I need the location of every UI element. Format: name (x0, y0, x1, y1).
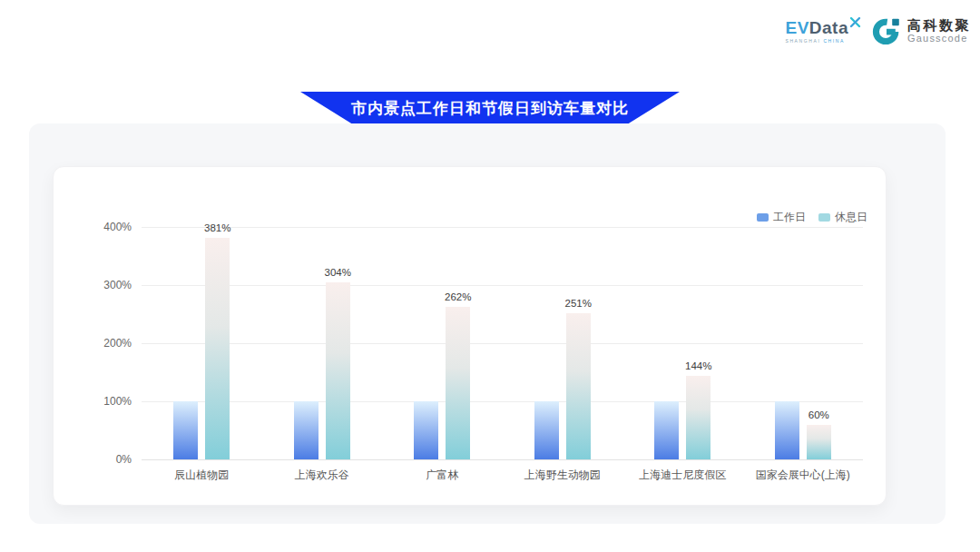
value-label-广富林: 262% (417, 291, 499, 302)
bar-workday-上海欢乐谷 (294, 401, 318, 459)
value-label-上海迪士尼度假区: 144% (658, 360, 740, 371)
legend-item-workday[interactable]: 工作日 (757, 210, 806, 225)
x-axis-label-上海迪士尼度假区: 上海迪士尼度假区 (622, 468, 742, 483)
bar-workday-辰山植物园 (173, 401, 198, 459)
bar-restday-上海迪士尼度假区 (686, 376, 710, 459)
bar-restday-国家会展中心(上海) (807, 425, 831, 459)
restday-legend-marker (818, 213, 830, 222)
title-banner: 市内景点工作日和节假日到访车量对比 (300, 92, 680, 127)
x-axis-label-上海野生动物园: 上海野生动物园 (503, 468, 622, 483)
y-axis-tick-0%: 0% (81, 453, 132, 466)
evdata-ev-text: EV (785, 19, 808, 36)
gausscode-logo: 高科数聚 Gausscode (872, 16, 971, 45)
evdata-logo: EVData SHANGHAI CHINA (785, 19, 861, 44)
x-axis-label-辰山植物园: 辰山植物园 (142, 468, 261, 483)
evdata-data-text: Data (809, 19, 848, 36)
evdata-wordmark: EVData (785, 19, 861, 36)
bar-restday-广富林 (446, 307, 470, 459)
chart-legend: 工作日 休息日 (757, 210, 867, 225)
chart-card: 工作日 休息日 381%辰山植物园304%上海欢乐谷262%广富林251%上海野… (53, 166, 887, 506)
x-axis-label-上海欢乐谷: 上海欢乐谷 (262, 468, 382, 483)
gausscode-en: Gausscode (907, 33, 971, 44)
legend-item-restday[interactable]: 休息日 (818, 210, 867, 225)
gausscode-text: 高科数聚 Gausscode (907, 17, 971, 44)
gridline-200% (142, 343, 863, 344)
gausscode-cn: 高科数聚 (907, 17, 971, 33)
y-axis-tick-300%: 300% (81, 279, 132, 291)
evdata-subtext-right: CHINA (823, 38, 845, 44)
bar-restday-上海野生动物园 (566, 313, 591, 459)
workday-legend-label: 工作日 (773, 210, 806, 225)
x-axis-label-国家会展中心(上海): 国家会展中心(上海) (743, 468, 863, 483)
evdata-subtext-left: SHANGHAI (785, 38, 820, 44)
chart-panel: 工作日 休息日 381%辰山植物园304%上海欢乐谷262%广富林251%上海野… (29, 123, 946, 524)
bar-restday-上海欢乐谷 (326, 282, 350, 459)
bar-restday-辰山植物园 (205, 238, 230, 459)
page-title: 市内景点工作日和节假日到访车量对比 (351, 98, 629, 121)
evdata-subtext: SHANGHAI CHINA (785, 39, 861, 44)
x-axis-label-广富林: 广富林 (382, 468, 502, 483)
workday-legend-marker (757, 213, 769, 222)
bar-workday-上海迪士尼度假区 (654, 401, 679, 459)
gausscode-g-icon (872, 16, 901, 45)
page: EVData SHANGHAI CHINA 高科数聚 Gausscode (0, 0, 980, 552)
value-label-国家会展中心(上海): 60% (778, 409, 859, 420)
plot-area: 381%辰山植物园304%上海欢乐谷262%广富林251%上海野生动物园144%… (142, 227, 863, 459)
bar-workday-广富林 (414, 401, 438, 459)
y-axis-tick-200%: 200% (81, 337, 132, 350)
y-axis-tick-400%: 400% (81, 221, 132, 233)
gridline-0% (142, 459, 863, 460)
y-axis-tick-100%: 100% (81, 395, 132, 408)
evdata-x-icon (849, 16, 861, 28)
gridline-300% (142, 285, 863, 286)
value-label-辰山植物园: 381% (177, 222, 259, 233)
bar-workday-上海野生动物园 (534, 401, 559, 459)
gridline-100% (142, 401, 863, 402)
restday-legend-label: 休息日 (835, 210, 867, 225)
header-logos: EVData SHANGHAI CHINA 高科数聚 Gausscode (785, 16, 971, 45)
value-label-上海野生动物园: 251% (537, 298, 619, 309)
value-label-上海欢乐谷: 304% (297, 267, 378, 278)
